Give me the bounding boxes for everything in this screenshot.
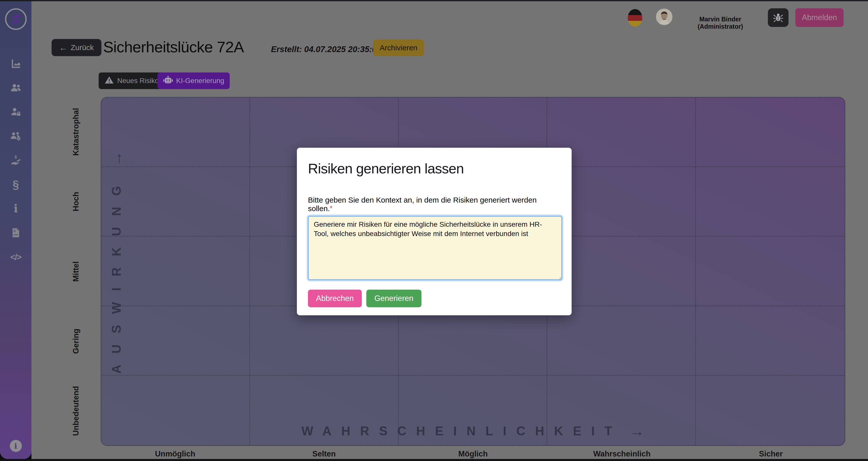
sidebar-item-users[interactable] — [0, 76, 31, 100]
created-timestamp: Erstellt: 04.07.2025 20:35:00 — [271, 44, 381, 54]
y-label-hoch: Hoch — [71, 192, 81, 211]
bug-report-button[interactable] — [768, 8, 788, 27]
bug-icon — [773, 12, 783, 23]
circle-info-icon[interactable]: i — [10, 440, 22, 452]
flag-stripe-black — [628, 9, 642, 15]
y-label-mittel: Mittel — [71, 261, 81, 282]
matrix-cell[interactable] — [101, 98, 250, 167]
new-risk-label: Neues Risiko — [117, 77, 159, 85]
matrix-cell[interactable] — [399, 376, 548, 445]
sidebar-nav: $ § i — [0, 52, 31, 269]
sidebar-item-reports[interactable] — [0, 221, 31, 245]
y-label-unbedeutend: Unbedeutend — [71, 386, 81, 436]
matrix-x-axis-labels: Unmöglich Selten Möglich Wahrscheinlich … — [101, 450, 845, 459]
chart-area-icon — [11, 59, 21, 69]
required-asterisk: * — [330, 204, 332, 212]
sidebar-item-user-groups[interactable] — [0, 124, 31, 148]
matrix-cell[interactable] — [101, 167, 250, 237]
sidebar-item-legal[interactable]: § — [0, 173, 31, 196]
warning-triangle-icon — [105, 76, 114, 86]
context-textarea[interactable]: Generiere mir Risiken für eine mögliche … — [308, 216, 562, 280]
matrix-cell[interactable] — [547, 376, 696, 445]
avatar[interactable] — [656, 8, 673, 25]
sidebar-item-info[interactable]: i — [0, 196, 31, 221]
cancel-button[interactable]: Abbrechen — [308, 289, 362, 307]
logo-icon — [8, 11, 23, 27]
x-label-sicher: Sicher — [696, 450, 845, 459]
x-label-selten: Selten — [250, 450, 399, 459]
back-button-label: Zurück — [71, 43, 94, 52]
flag-stripe-red — [628, 15, 642, 21]
matrix-cell[interactable] — [696, 98, 845, 167]
sidebar-item-dashboard[interactable] — [0, 52, 31, 76]
new-risk-button[interactable]: Neues Risiko — [99, 72, 165, 89]
flag-stripe-gold — [628, 21, 642, 27]
ai-generation-button[interactable]: KI-Generierung — [157, 72, 230, 89]
user-lock-icon — [10, 107, 21, 117]
file-contract-icon — [11, 228, 20, 238]
page-title: Sicherheitslücke 72A — [103, 38, 244, 56]
user-name: Marvin Binder (Administrator) — [678, 16, 763, 30]
app-logo[interactable] — [5, 8, 27, 30]
matrix-cell[interactable] — [696, 376, 845, 445]
back-arrow-icon: ← — [59, 43, 68, 53]
code-icon: </> — [10, 253, 21, 261]
x-label-unmoeglich: Unmöglich — [101, 450, 250, 459]
ai-generation-label: KI-Generierung — [176, 77, 224, 85]
matrix-cell[interactable] — [250, 306, 399, 376]
matrix-cell[interactable] — [696, 237, 845, 306]
sidebar-item-api[interactable]: </> — [0, 245, 31, 269]
sidebar-footer: i — [0, 440, 31, 452]
y-label-katastrophal: Katastrophal — [71, 108, 81, 155]
sidebar: $ § i — [0, 1, 31, 459]
matrix-cell[interactable] — [101, 237, 250, 306]
paragraph-icon: § — [12, 179, 19, 190]
app-window: $ § i — [0, 0, 868, 461]
info-icon: i — [13, 203, 18, 214]
matrix-cell[interactable] — [250, 376, 399, 445]
y-label-gering: Gering — [71, 329, 81, 354]
modal-title: Risiken generieren lassen — [308, 160, 561, 177]
window-bottom-edge — [0, 459, 868, 461]
matrix-cell[interactable] — [547, 306, 696, 376]
matrix-cell[interactable] — [696, 306, 845, 376]
users-icon — [10, 83, 21, 93]
robot-icon — [163, 76, 173, 86]
logout-button[interactable]: Abmelden — [795, 8, 844, 27]
svg-text:$: $ — [14, 155, 17, 159]
x-label-wahrscheinlich: Wahrscheinlich — [548, 450, 696, 459]
matrix-cell[interactable] — [399, 306, 548, 376]
users-gear-icon — [10, 131, 21, 141]
matrix-cell[interactable] — [101, 376, 250, 445]
matrix-cell[interactable] — [101, 306, 250, 376]
matrix-y-axis-labels: Katastrophal Hoch Mittel Gering Unbedeut… — [66, 97, 86, 446]
sidebar-item-finance[interactable]: $ — [0, 148, 31, 173]
language-flag-german[interactable] — [628, 9, 642, 27]
back-button[interactable]: ← Zurück — [52, 39, 101, 56]
archive-button[interactable]: Archivieren — [373, 39, 424, 56]
matrix-cell[interactable] — [696, 167, 845, 237]
sidebar-item-user-permissions[interactable] — [0, 100, 31, 124]
generate-button[interactable]: Generieren — [366, 289, 422, 307]
prompt-label: Bitte geben Sie den Kontext an, in dem d… — [308, 196, 561, 213]
ai-generation-modal: Risiken generieren lassen Bitte geben Si… — [297, 148, 571, 315]
hand-holding-dollar-icon: $ — [10, 155, 21, 165]
x-label-moeglich: Möglich — [399, 450, 548, 459]
prompt-label-text: Bitte geben Sie den Kontext an, in dem d… — [308, 196, 537, 213]
modal-actions: Abbrechen Generieren — [308, 289, 561, 307]
